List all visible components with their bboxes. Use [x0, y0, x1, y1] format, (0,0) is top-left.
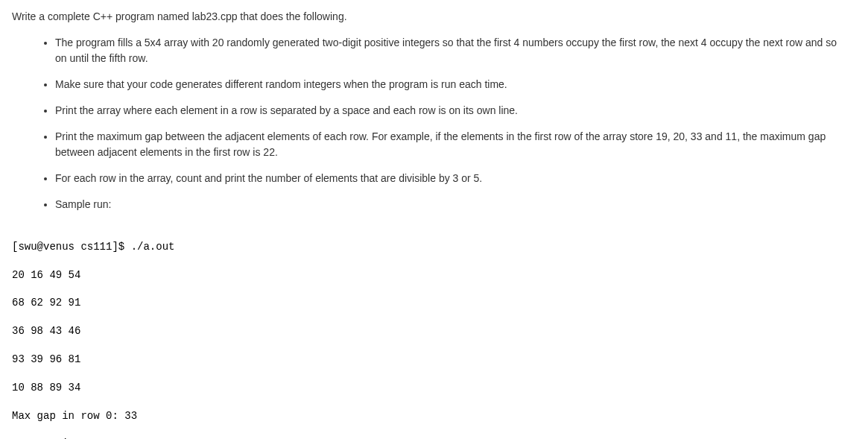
list-item: The program fills a 5x4 array with 20 ra…	[55, 35, 856, 66]
list-item: Make sure that your code generates diffe…	[55, 77, 856, 92]
list-item: For each row in the array, count and pri…	[55, 171, 856, 186]
bullet-list: The program fills a 5x4 array with 20 ra…	[12, 35, 856, 212]
terminal-prompt: [swu@venus cs111]$ ./a.out	[12, 240, 856, 254]
array-row: 10 88 89 34	[12, 381, 856, 395]
list-item: Print the maximum gap between the adjace…	[55, 129, 856, 160]
array-row: 36 98 43 46	[12, 324, 856, 338]
gap-line: Max gap in row 0: 33	[12, 409, 856, 423]
list-item: Sample run:	[55, 197, 856, 212]
list-item: Print the array where each element in a …	[55, 103, 856, 119]
array-row: 93 39 96 81	[12, 353, 856, 367]
terminal-output: [swu@venus cs111]$ ./a.out 20 16 49 54 6…	[12, 226, 856, 439]
array-row: 68 62 92 91	[12, 296, 856, 310]
intro-text: Write a complete C++ program named lab23…	[12, 9, 856, 25]
array-row: 20 16 49 54	[12, 268, 856, 282]
